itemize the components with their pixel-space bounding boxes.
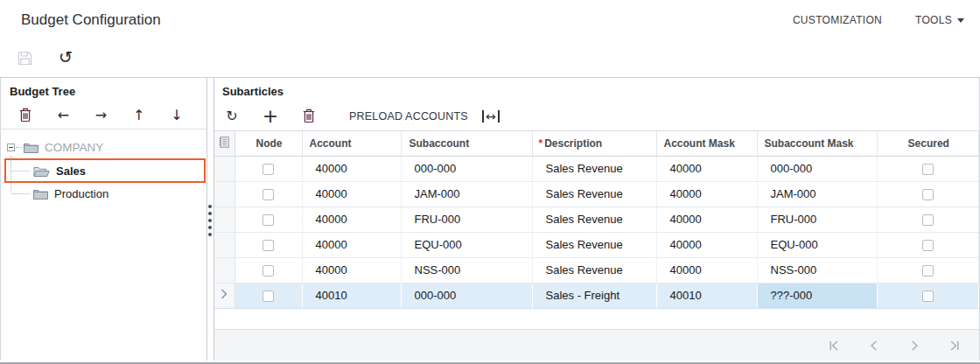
undo-button[interactable]: ↺ <box>56 48 75 67</box>
first-page-button[interactable] <box>827 339 841 353</box>
row-expander[interactable] <box>214 181 234 206</box>
row-expander[interactable] <box>214 156 234 181</box>
account-mask-cell[interactable]: 40000 <box>656 257 757 283</box>
description-cell[interactable]: Sales Revenue <box>532 181 656 206</box>
row-expander[interactable] <box>214 206 234 232</box>
tools-menu[interactable]: TOOLS <box>915 14 964 26</box>
account-mask-cell[interactable]: 40000 <box>656 156 757 181</box>
table-row[interactable]: 40000FRU-000Sales Revenue40000FRU-000 <box>214 206 979 232</box>
node-checkbox-cell[interactable] <box>234 257 302 283</box>
description-cell[interactable]: Sales Revenue <box>532 156 656 181</box>
subaccount-cell[interactable]: 000-000 <box>401 283 532 308</box>
secured-checkbox[interactable] <box>922 214 934 226</box>
subaccount-cell[interactable]: EQU-000 <box>401 232 532 257</box>
table-row[interactable]: 40000JAM-000Sales Revenue40000JAM-000 <box>214 181 979 206</box>
subaccount-mask-cell[interactable]: EQU-000 <box>757 232 877 257</box>
secured-checkbox[interactable] <box>922 290 934 302</box>
secured-checkbox-cell[interactable] <box>877 156 979 181</box>
table-row[interactable]: 40000NSS-000Sales Revenue40000NSS-000 <box>214 257 979 283</box>
description-cell[interactable]: Sales Revenue <box>532 232 656 257</box>
node-checkbox-cell[interactable] <box>234 232 302 257</box>
secured-checkbox-cell[interactable] <box>877 232 979 257</box>
row-expander[interactable] <box>214 232 234 257</box>
subaccount-mask-cell[interactable]: FRU-000 <box>757 206 877 232</box>
subaccount-cell[interactable]: FRU-000 <box>401 206 532 232</box>
subaccount-mask-cell[interactable]: ???-000 <box>757 283 877 308</box>
row-expander[interactable] <box>214 257 234 283</box>
last-page-button[interactable] <box>948 339 962 353</box>
description-cell[interactable]: Sales - Freight <box>532 283 656 308</box>
column-header-secured[interactable]: Secured <box>877 131 979 156</box>
table-row[interactable]: 40000000-000Sales Revenue40000000-000 <box>214 156 979 181</box>
customization-menu[interactable]: CUSTOMIZATION <box>793 14 882 26</box>
node-checkbox-cell[interactable] <box>234 206 302 232</box>
account-mask-cell[interactable]: 40000 <box>656 206 757 232</box>
node-checkbox-cell[interactable] <box>234 156 302 181</box>
account-mask-cell[interactable]: 40000 <box>656 232 757 257</box>
subaccount-mask-cell[interactable]: JAM-000 <box>757 181 877 206</box>
account-mask-cell[interactable]: 40000 <box>656 181 757 206</box>
subaccount-cell[interactable]: 000-000 <box>401 156 532 181</box>
add-row-button[interactable]: + <box>260 106 281 127</box>
account-cell[interactable]: 40000 <box>302 156 401 181</box>
preload-accounts-button[interactable]: PRELOAD ACCOUNTS <box>349 110 468 122</box>
secured-checkbox[interactable] <box>922 189 934 200</box>
delete-node-button[interactable] <box>15 105 36 126</box>
row-expander[interactable] <box>214 283 234 308</box>
secured-checkbox[interactable] <box>922 265 934 276</box>
subaccount-mask-cell[interactable]: NSS-000 <box>757 257 877 283</box>
fit-to-screen-button[interactable]: ↔ <box>482 110 500 122</box>
secured-checkbox-cell[interactable] <box>877 257 979 283</box>
account-cell[interactable]: 40000 <box>302 206 401 232</box>
subaccount-cell[interactable]: NSS-000 <box>401 257 532 283</box>
grid-footer <box>214 329 979 360</box>
column-header-account-mask[interactable]: Account Mask <box>656 131 757 156</box>
delete-row-button[interactable] <box>298 106 319 127</box>
column-header-node[interactable]: Node <box>234 131 302 156</box>
secured-checkbox[interactable] <box>922 164 934 175</box>
node-checkbox[interactable] <box>262 189 274 200</box>
customization-label: CUSTOMIZATION <box>793 14 882 26</box>
node-checkbox-cell[interactable] <box>234 181 302 206</box>
node-checkbox-cell[interactable] <box>234 283 302 308</box>
column-header-account[interactable]: Account <box>302 131 401 156</box>
secured-checkbox-cell[interactable] <box>877 283 979 308</box>
move-left-button[interactable]: ← <box>52 105 74 126</box>
column-header-subaccount-mask[interactable]: Subaccount Mask <box>757 131 877 156</box>
tree-item-production[interactable]: Production <box>1 184 206 203</box>
node-checkbox[interactable] <box>262 214 274 226</box>
column-config-button[interactable] <box>214 131 234 156</box>
column-header-description[interactable]: *Description <box>532 131 656 156</box>
titlebar: Budget Configuration CUSTOMIZATION TOOLS <box>0 0 980 38</box>
next-page-button[interactable] <box>907 339 921 353</box>
node-checkbox[interactable] <box>262 240 274 251</box>
subaccount-cell[interactable]: JAM-000 <box>401 181 532 206</box>
tree-item-company[interactable]: COMPANY <box>1 136 206 158</box>
prev-page-button[interactable] <box>867 339 881 353</box>
account-cell[interactable]: 40000 <box>302 257 401 283</box>
description-cell[interactable]: Sales Revenue <box>532 257 656 283</box>
move-right-button[interactable]: → <box>91 105 112 126</box>
table-row[interactable]: 40000EQU-000Sales Revenue40000EQU-000 <box>214 232 979 257</box>
save-button[interactable] <box>15 48 34 67</box>
node-checkbox[interactable] <box>262 164 274 175</box>
move-down-button[interactable]: ↓ <box>166 105 187 126</box>
secured-checkbox-cell[interactable] <box>877 206 979 232</box>
secured-checkbox-cell[interactable] <box>877 181 979 206</box>
account-cell[interactable]: 40000 <box>302 232 401 257</box>
account-cell[interactable]: 40000 <box>302 181 401 206</box>
collapse-icon[interactable] <box>7 144 15 151</box>
node-checkbox[interactable] <box>262 290 274 302</box>
secured-checkbox[interactable] <box>922 240 934 251</box>
subaccount-mask-cell[interactable]: 000-000 <box>757 156 877 181</box>
account-mask-cell[interactable]: 40010 <box>656 283 757 308</box>
refresh-button[interactable]: ↻ <box>221 106 242 127</box>
panel-splitter[interactable] <box>207 78 214 360</box>
description-cell[interactable]: Sales Revenue <box>532 206 656 232</box>
table-row[interactable]: 40010000-000Sales - Freight40010???-000 <box>214 283 979 308</box>
move-up-button[interactable]: ↑ <box>129 105 150 126</box>
tree-item-sales[interactable]: Sales <box>1 161 206 180</box>
node-checkbox[interactable] <box>262 265 274 276</box>
account-cell[interactable]: 40010 <box>302 283 401 308</box>
column-header-subaccount[interactable]: Subaccount <box>401 131 532 156</box>
